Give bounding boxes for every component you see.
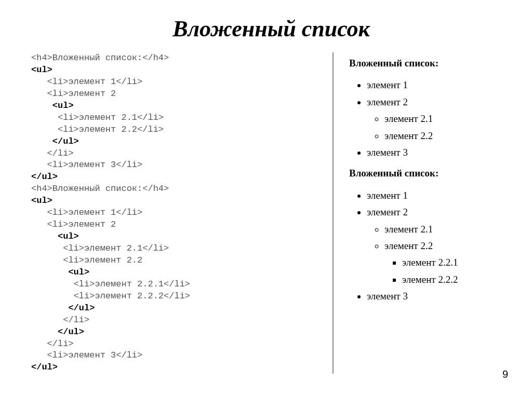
tag-li-open: <li> bbox=[47, 219, 69, 229]
tag-ul-open: <ul> bbox=[58, 231, 79, 241]
li-text: элемент 3 bbox=[68, 160, 116, 170]
tag-li-close: </li> bbox=[164, 279, 190, 289]
tag-ul-open: <ul> bbox=[31, 196, 52, 205]
tag-ul-close: </ul> bbox=[31, 362, 58, 372]
li-text: элемент 2.2.1 bbox=[95, 279, 164, 289]
code-block: <h4>Вложенный список:</h4> <ul> <li>элем… bbox=[31, 52, 317, 374]
tag-h4-close: </h4> bbox=[142, 53, 169, 63]
list-item-label: элемент 2 bbox=[367, 97, 408, 107]
li-text: элемент 3 bbox=[68, 350, 116, 360]
tag-li-open: <li> bbox=[74, 291, 95, 301]
list-item: элемент 2.1 bbox=[384, 222, 511, 237]
li-text: элемент 2.2.2 bbox=[95, 291, 164, 301]
rendered-heading: Вложенный список: bbox=[349, 166, 511, 181]
list-item: элемент 2.1 bbox=[384, 111, 511, 127]
tag-li-close: </li> bbox=[63, 315, 89, 325]
tag-li-close: </li> bbox=[116, 160, 142, 170]
list-item-label: элемент 2.2 bbox=[384, 240, 433, 251]
tag-h4-close: </h4> bbox=[142, 184, 169, 194]
list-item-label: элемент 2 bbox=[367, 207, 408, 217]
tag-li-open: <li> bbox=[47, 89, 69, 99]
list-item: элемент 3 bbox=[367, 145, 511, 160]
list-item: элемент 3 bbox=[367, 289, 511, 304]
rendered-list-2: элемент 1 элемент 2 элемент 2.1 элемент … bbox=[349, 188, 511, 305]
list-item: элемент 2 элемент 2.1 элемент 2.2 bbox=[367, 94, 511, 144]
li-text: элемент 2.1 bbox=[84, 243, 142, 253]
nested-list: элемент 2.1 элемент 2.2 bbox=[367, 111, 511, 144]
li-text: элемент 1 bbox=[68, 208, 116, 217]
slide: Вложенный список <h4>Вложенный список:</… bbox=[0, 0, 532, 398]
code-column: <h4>Вложенный список:</h4> <ul> <li>элем… bbox=[31, 52, 327, 374]
rendered-heading: Вложенный список: bbox=[349, 56, 511, 71]
tag-li-close: </li> bbox=[137, 125, 164, 134]
li-text: элемент 2.1 bbox=[79, 113, 137, 122]
tag-li-open: <li> bbox=[47, 208, 69, 217]
tag-li-close: </li> bbox=[116, 77, 142, 87]
tag-ul-open: <ul> bbox=[68, 267, 89, 277]
tag-li-close: </li> bbox=[137, 113, 164, 122]
list-item: элемент 2.2 элемент 2.2.1 элемент 2.2.2 bbox=[384, 238, 511, 287]
tag-h4-open: <h4> bbox=[31, 53, 52, 63]
tag-h4-open: <h4> bbox=[31, 184, 52, 194]
tag-li-close: </li> bbox=[47, 148, 74, 158]
tag-li-close: </li> bbox=[116, 350, 142, 360]
tag-li-close: </li> bbox=[116, 208, 142, 217]
list-item: элемент 1 bbox=[367, 188, 511, 203]
li-text: элемент 1 bbox=[68, 77, 116, 87]
h4-text: Вложенный список: bbox=[52, 184, 142, 194]
list-item: элемент 2 элемент 2.1 элемент 2.2 элемен… bbox=[367, 204, 511, 287]
slide-title: Вложенный список bbox=[31, 16, 511, 42]
h4-text: Вложенный список: bbox=[52, 53, 142, 63]
tag-li-open: <li> bbox=[47, 160, 69, 170]
tag-li-open: <li> bbox=[58, 125, 79, 134]
tag-li-open: <li> bbox=[63, 255, 84, 265]
column-divider bbox=[332, 52, 334, 374]
rendered-list-1: элемент 1 элемент 2 элемент 2.1 элемент … bbox=[349, 77, 511, 160]
list-item: элемент 1 bbox=[367, 77, 511, 93]
tag-li-open: <li> bbox=[47, 77, 69, 87]
nested-list: элемент 2.2.1 элемент 2.2.2 bbox=[384, 255, 511, 287]
tag-li-open: <li> bbox=[63, 243, 84, 253]
li-text: элемент 2 bbox=[68, 89, 116, 99]
tag-li-close: </li> bbox=[142, 243, 169, 253]
li-text: элемент 2 bbox=[68, 219, 116, 229]
tag-ul-close: </ul> bbox=[58, 327, 84, 337]
tag-li-open: <li> bbox=[74, 279, 95, 289]
nested-list: элемент 2.1 элемент 2.2 элемент 2.2.1 эл… bbox=[367, 222, 511, 288]
li-text: элемент 2.2 bbox=[79, 125, 137, 134]
render-column: Вложенный список: элемент 1 элемент 2 эл… bbox=[339, 52, 511, 374]
content-columns: <h4>Вложенный список:</h4> <ul> <li>элем… bbox=[31, 52, 511, 374]
tag-li-open: <li> bbox=[47, 350, 69, 360]
list-item: элемент 2.2.2 bbox=[402, 272, 511, 287]
page-number: 9 bbox=[502, 368, 508, 380]
tag-li-close: </li> bbox=[164, 291, 190, 301]
tag-li-open: <li> bbox=[58, 113, 79, 122]
tag-li-close: </li> bbox=[47, 339, 74, 349]
tag-ul-open: <ul> bbox=[52, 101, 74, 111]
tag-ul-close: </ul> bbox=[31, 172, 58, 182]
li-text: элемент 2.2 bbox=[84, 255, 142, 265]
list-item: элемент 2.2.1 bbox=[402, 255, 511, 270]
tag-ul-open: <ul> bbox=[31, 65, 52, 75]
list-item: элемент 2.2 bbox=[384, 128, 511, 144]
tag-ul-close: </ul> bbox=[68, 303, 95, 313]
tag-ul-close: </ul> bbox=[52, 136, 79, 146]
